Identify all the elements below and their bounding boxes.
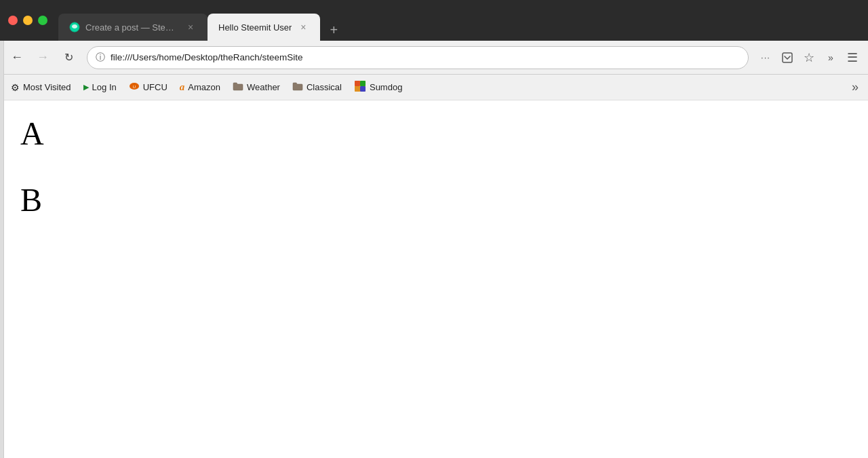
bookmark-amazon[interactable]: a Amazon [174, 79, 226, 96]
tab-2-close[interactable]: × [297, 21, 309, 33]
svg-rect-6 [360, 86, 366, 92]
gear-icon: ⚙ [11, 82, 20, 93]
bookmarks-bar: ⚙ Most Visited ▶ Log In U UFCU a Amazon [0, 75, 868, 100]
bookmark-login[interactable]: ▶ Log In [78, 79, 122, 95]
page-content: A B [4, 100, 868, 458]
folder-svg [233, 81, 243, 91]
sumdog-icon [354, 80, 366, 94]
folder-icon-classical [292, 81, 303, 93]
bookmark-most-visited[interactable]: ⚙ Most Visited [5, 79, 77, 96]
close-button[interactable] [8, 16, 18, 25]
svg-rect-5 [355, 81, 360, 86]
minimize-button[interactable] [23, 16, 33, 25]
left-sidebar-strip [0, 41, 4, 458]
pocket-icon [781, 52, 793, 64]
new-tab-button[interactable]: + [323, 19, 344, 41]
tab-hello-steemit[interactable]: Hello Steemit User × [208, 14, 320, 41]
svg-rect-7 [360, 81, 366, 86]
overflow-icon: » [852, 80, 859, 94]
amazon-icon: a [180, 81, 185, 93]
nav-bar: ← → ↻ ⓘ ··· ☆ » ☰ [0, 41, 868, 75]
menu-button[interactable]: ☰ [842, 47, 863, 68]
bookmark-amazon-label: Amazon [188, 82, 220, 92]
tab-2-label: Hello Steemit User [218, 22, 292, 33]
svg-text:U: U [133, 85, 136, 89]
sumdog-logo [354, 80, 366, 92]
nav-right-icons: ··· ☆ » ☰ [755, 47, 863, 68]
folder-icon-weather [233, 81, 243, 93]
address-bar-container: ⓘ [87, 46, 749, 69]
letter-b: B [20, 180, 852, 220]
bookmark-weather[interactable]: Weather [227, 79, 285, 96]
svg-rect-8 [355, 86, 360, 92]
bookmark-star-button[interactable]: ☆ [799, 47, 819, 68]
bookmark-ufcu-label: UFCU [143, 82, 167, 92]
bookmark-login-label: Log In [92, 82, 117, 92]
play-icon: ▶ [83, 83, 89, 92]
tab-1-close[interactable]: × [184, 21, 197, 33]
bookmark-sumdog[interactable]: Sumdog [349, 77, 408, 97]
back-button[interactable]: ← [5, 46, 28, 69]
bookmark-weather-label: Weather [247, 82, 280, 92]
address-input[interactable] [111, 52, 740, 62]
bookmarks-overflow[interactable]: » [848, 77, 863, 97]
window-controls [8, 16, 47, 25]
reload-button[interactable]: ↻ [57, 46, 80, 69]
expand-button[interactable]: » [821, 47, 841, 68]
forward-button[interactable]: → [31, 46, 54, 69]
tab-create-post[interactable]: Create a post — Steemit × [58, 14, 208, 41]
ufcu-icon: U [129, 81, 140, 94]
svg-rect-1 [783, 53, 792, 62]
letter-a: A [20, 114, 852, 153]
maximize-button[interactable] [38, 16, 47, 25]
bookmark-classical-label: Classical [307, 82, 342, 92]
bookmark-sumdog-label: Sumdog [370, 82, 402, 92]
bookmark-ufcu[interactable]: U UFCU [123, 78, 173, 96]
ufcu-logo: U [129, 81, 140, 92]
bookmark-classical[interactable]: Classical [287, 79, 347, 96]
tab-1-label: Create a post — Steemit [85, 22, 179, 33]
folder-svg-2 [292, 81, 303, 91]
steemit-icon [69, 22, 80, 33]
pocket-button[interactable] [777, 47, 797, 68]
title-bar: Create a post — Steemit × Hello Steemit … [0, 0, 868, 41]
tabs-container: Create a post — Steemit × Hello Steemit … [58, 0, 860, 41]
info-icon: ⓘ [96, 52, 105, 64]
more-options-button[interactable]: ··· [755, 47, 776, 68]
bookmark-most-visited-label: Most Visited [23, 82, 71, 92]
